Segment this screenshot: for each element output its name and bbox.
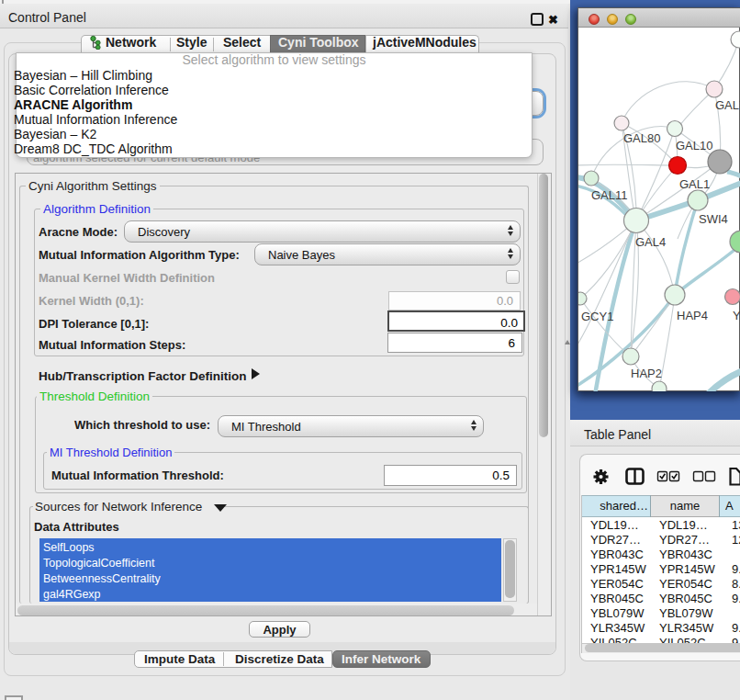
svg-text:GAL11: GAL11 <box>591 188 628 202</box>
svg-text:HAP4: HAP4 <box>677 309 708 322</box>
svg-text:GAL80: GAL80 <box>623 131 660 145</box>
svg-text:GAL10: GAL10 <box>676 139 712 152</box>
svg-text:GAL7: GAL7 <box>715 98 740 112</box>
svg-text:SWI4: SWI4 <box>699 212 728 226</box>
svg-text:Y: Y <box>733 309 740 322</box>
svg-text:GAL4: GAL4 <box>635 235 666 249</box>
svg-text:HAP2: HAP2 <box>631 367 662 380</box>
svg-text:GAL1: GAL1 <box>679 177 710 191</box>
svg-text:GCY1: GCY1 <box>581 310 613 323</box>
